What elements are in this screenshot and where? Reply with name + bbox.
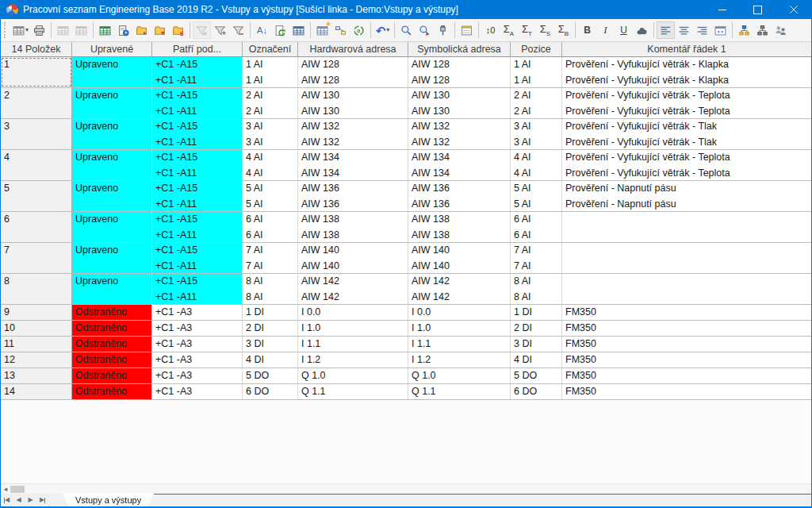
export-excel-icon[interactable] [96,21,114,39]
data-cell[interactable]: AIW 140AIW 140 [298,243,408,273]
data-cell[interactable] [562,243,811,273]
data-cell[interactable]: AIW 136AIW 136 [298,181,408,211]
toolbar-grip[interactable] [4,22,9,38]
data-cell[interactable]: 3 AI3 AI [243,119,298,149]
data-cell[interactable]: Odstraněno [72,384,152,399]
folder-import-icon[interactable] [151,21,169,39]
align-center-icon[interactable] [675,21,693,39]
data-cell[interactable]: Odstraněno [72,321,152,336]
data-cell[interactable]: 3 DI [511,337,562,352]
data-cell[interactable] [562,212,811,242]
filter-clear-icon[interactable] [193,21,211,39]
data-cell[interactable]: 1 AI1 AI [243,57,298,87]
data-cell[interactable]: I 1.0 [298,321,408,336]
hierarchy-dark-icon[interactable] [753,21,772,39]
horizontal-scrollbar[interactable]: ◂ [1,483,811,494]
zoom-icon[interactable] [397,21,416,39]
data-cell[interactable]: I 1.2 [298,352,408,368]
close-button[interactable] [776,0,811,19]
data-cell[interactable]: 4 AI4 AI [511,150,562,180]
column-header-3[interactable]: Označení [243,42,298,56]
row-header-cell[interactable]: 8 [1,274,72,304]
data-cell[interactable]: 1 AI1 AI [511,57,562,87]
refresh-icon[interactable] [271,21,289,39]
row-header-cell[interactable]: 2 [1,88,72,118]
fill-color-icon[interactable] [633,21,651,39]
data-cell[interactable]: AIW 138AIW 138 [298,212,408,242]
merge-cells-icon[interactable] [711,21,730,39]
renumber-icon[interactable] [331,21,350,39]
data-cell[interactable]: Odstraněno [72,337,152,352]
autofit-icon[interactable]: ↕0 [481,21,500,39]
data-cell[interactable]: 2 AI2 AI [511,88,562,118]
row-header-cell[interactable]: 5 [1,181,72,211]
data-cell[interactable]: FM350 [562,321,811,336]
data-cell[interactable]: +C1 -A15+C1 -A11 [152,119,243,149]
data-cell[interactable]: Q 1.1 [408,384,511,399]
data-cell[interactable]: 1 DI [243,305,298,320]
folder-sync-icon[interactable]: s [169,21,187,39]
undo-icon[interactable]: ↶▾ [373,21,392,39]
data-cell[interactable]: FM350 [562,384,811,399]
org-icon[interactable] [772,21,790,39]
goto-icon[interactable] [416,21,434,39]
filter-remove-icon[interactable] [229,21,247,39]
data-cell[interactable]: AIW 134AIW 134 [408,150,511,180]
bold-icon[interactable]: B [578,21,596,39]
paste-table-icon[interactable] [72,21,90,39]
data-cell[interactable]: Prověření - Vyfukující větrák - TeplotaP… [562,150,811,180]
row-header-cell[interactable]: 9 [1,305,72,320]
data-cell[interactable]: FM350 [562,337,811,352]
recalc-icon[interactable]: a [350,21,368,39]
column-header-2[interactable]: Patří pod... [152,42,243,56]
data-cell[interactable]: +C1 -A3 [152,352,243,368]
data-cell[interactable]: 6 DO [243,384,298,399]
data-cell[interactable]: +C1 -A15+C1 -A11 [152,150,243,180]
data-cell[interactable]: FM350 [562,305,811,320]
copy-table-icon[interactable] [54,21,72,39]
data-cell[interactable]: FM350 [562,368,811,383]
data-cell[interactable]: Odstraněno [72,368,152,383]
data-cell[interactable]: Q 1.1 [298,384,408,399]
data-cell[interactable]: 3 AI3 AI [511,119,562,149]
data-cell[interactable]: 5 AI5 AI [511,181,562,211]
scroll-left-icon[interactable]: ◂ [1,484,10,494]
data-cell[interactable]: 5 AI5 AI [243,181,298,211]
scrollbar-thumb[interactable] [10,486,25,493]
sum-top-icon[interactable]: ΣT [518,21,536,39]
data-cell[interactable]: +C1 -A15+C1 -A11 [152,88,243,118]
data-cell[interactable]: AIW 140AIW 140 [408,243,511,273]
data-cell[interactable]: I 1.0 [408,321,511,336]
data-cell[interactable]: AIW 132AIW 132 [298,119,408,149]
grid-view-icon[interactable] [289,21,308,39]
data-cell[interactable]: Upraveno [72,181,152,211]
maximize-button[interactable] [740,0,776,19]
data-cell[interactable]: Prověření - Napnutí pásuPrověření - Napn… [562,181,811,211]
data-cell[interactable] [562,274,811,304]
data-cell[interactable]: +C1 -A3 [152,384,243,399]
data-cell[interactable]: AIW 132AIW 132 [408,119,511,149]
data-cell[interactable]: 4 AI4 AI [243,150,298,180]
data-cell[interactable]: +C1 -A3 [152,305,243,320]
data-cell[interactable]: 8 AI8 AI [243,274,298,304]
data-cell[interactable]: +C1 -A3 [152,368,243,383]
data-cell[interactable]: Odstraněno [72,305,152,320]
row-header-cell[interactable]: 10 [1,321,72,336]
data-cell[interactable]: AIW 130AIW 130 [408,88,511,118]
data-cell[interactable]: AIW 134AIW 134 [298,150,408,180]
align-left-icon[interactable] [657,21,675,39]
sheet-tab[interactable]: Vstupy a výstupy [63,494,154,506]
data-cell[interactable]: 4 DI [511,352,562,368]
column-header-6[interactable]: Pozice [511,42,562,56]
row-header-cell[interactable]: 3 [1,119,72,149]
column-header-7[interactable]: Komentář řádek 1 [562,42,811,56]
column-header-5[interactable]: Symbolická adresa [408,42,511,56]
minimize-button[interactable] [704,0,740,19]
data-cell[interactable]: Upraveno [72,212,152,242]
align-right-icon[interactable] [693,21,711,39]
sum-all-icon[interactable]: ΣA [500,21,518,39]
data-cell[interactable]: 6 DO [511,384,562,399]
data-cell[interactable]: Odstraněno [72,352,152,368]
pin-icon[interactable] [434,21,452,39]
folder-copy-icon[interactable] [132,21,151,39]
